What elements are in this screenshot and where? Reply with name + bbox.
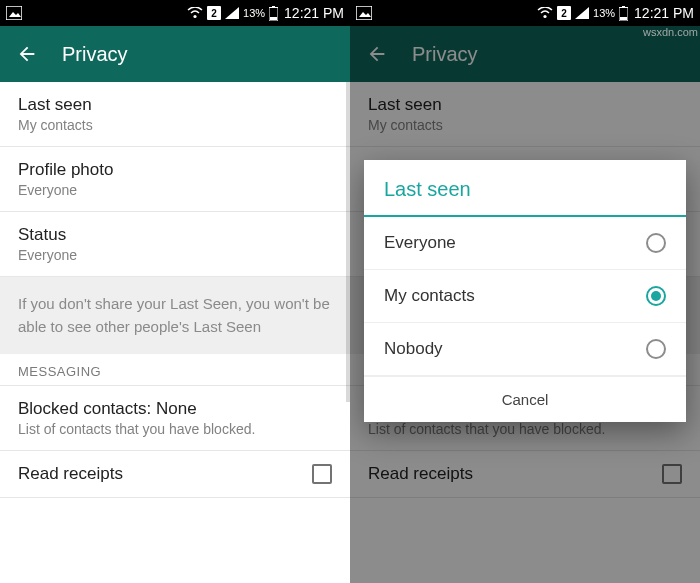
option-label: Everyone <box>384 233 456 253</box>
cancel-button[interactable]: Cancel <box>364 376 686 422</box>
checkbox-unchecked-icon[interactable] <box>312 464 332 484</box>
setting-subtitle: List of contacts that you have blocked. <box>18 421 332 437</box>
setting-title: Blocked contacts: None <box>18 399 332 419</box>
setting-value: Everyone <box>18 182 332 198</box>
option-label: Nobody <box>384 339 443 359</box>
battery-icon <box>269 6 278 21</box>
setting-value: Everyone <box>18 247 332 263</box>
svg-rect-6 <box>270 17 277 20</box>
setting-title: Status <box>18 225 332 245</box>
dialog-option-nobody[interactable]: Nobody <box>364 323 686 376</box>
setting-read-receipts[interactable]: Read receipts <box>0 451 350 498</box>
watermark: wsxdn.com <box>643 26 698 38</box>
svg-point-9 <box>543 15 546 18</box>
clock: 12:21 PM <box>634 5 694 21</box>
battery-percent: 13% <box>593 7 615 19</box>
setting-blocked-contacts[interactable]: Blocked contacts: None List of contacts … <box>0 386 350 451</box>
setting-status[interactable]: Status Everyone <box>0 212 350 277</box>
settings-list: Last seen My contacts Profile photo Ever… <box>0 82 350 583</box>
clock: 12:21 PM <box>284 5 344 21</box>
setting-last-seen[interactable]: Last seen My contacts <box>0 82 350 147</box>
option-label: My contacts <box>384 286 475 306</box>
setting-title: Read receipts <box>18 464 302 484</box>
screenshot-left: 2 13% 12:21 PM Privacy Last seen My cont… <box>0 0 350 583</box>
setting-value: My contacts <box>18 117 332 133</box>
svg-rect-5 <box>272 6 275 8</box>
status-bar: 2 13% 12:21 PM <box>350 0 700 26</box>
section-header-messaging: MESSAGING <box>0 354 350 386</box>
radio-checked-icon[interactable] <box>646 286 666 306</box>
setting-title: Profile photo <box>18 160 332 180</box>
status-bar: 2 13% 12:21 PM <box>0 0 350 26</box>
app-bar: Privacy <box>0 26 350 82</box>
sim-indicator: 2 <box>557 6 571 20</box>
picture-icon <box>6 6 22 20</box>
svg-marker-3 <box>225 7 239 19</box>
page-title: Privacy <box>62 43 128 66</box>
radio-unchecked-icon[interactable] <box>646 339 666 359</box>
radio-unchecked-icon[interactable] <box>646 233 666 253</box>
svg-marker-10 <box>575 7 589 19</box>
last-seen-dialog: Last seen Everyone My contacts Nobody Ca… <box>364 160 686 422</box>
setting-profile-photo[interactable]: Profile photo Everyone <box>0 147 350 212</box>
wifi-icon <box>537 7 553 19</box>
signal-icon <box>225 7 239 19</box>
back-icon[interactable] <box>16 43 38 65</box>
screenshot-right: 2 13% 12:21 PM Privacy Last seen My cont… <box>350 0 700 583</box>
picture-icon <box>356 6 372 20</box>
dialog-option-my-contacts[interactable]: My contacts <box>364 270 686 323</box>
dialog-option-everyone[interactable]: Everyone <box>364 217 686 270</box>
sim-indicator: 2 <box>207 6 221 20</box>
svg-marker-8 <box>359 12 371 17</box>
signal-icon <box>575 7 589 19</box>
svg-marker-1 <box>9 12 21 17</box>
setting-title: Last seen <box>18 95 332 115</box>
svg-rect-12 <box>622 6 625 8</box>
dialog-title: Last seen <box>364 160 686 217</box>
battery-percent: 13% <box>243 7 265 19</box>
battery-icon <box>619 6 628 21</box>
svg-point-2 <box>193 15 196 18</box>
svg-rect-13 <box>620 17 627 20</box>
info-note: If you don't share your Last Seen, you w… <box>0 277 350 354</box>
wifi-icon <box>187 7 203 19</box>
